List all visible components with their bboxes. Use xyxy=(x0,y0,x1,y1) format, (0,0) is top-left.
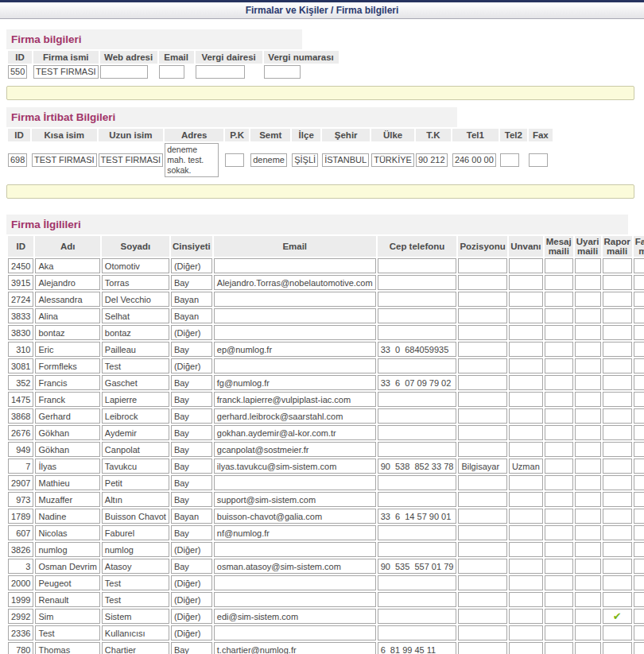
tel1-field[interactable]: 246 00 00 xyxy=(452,153,496,167)
cell-fatura-maili xyxy=(634,392,644,407)
cell-fatura-maili xyxy=(634,609,644,624)
email-field[interactable] xyxy=(159,65,184,79)
table-row: 352 Francis Gaschet Bay fg@numlog.fr 33 … xyxy=(8,375,644,390)
adres-field[interactable]: deneme mah. test. sokak. xyxy=(165,143,219,177)
cell-uyari-maili xyxy=(575,275,601,290)
cell-cinsiyeti: Bay xyxy=(171,559,212,574)
cell-cinsiyeti: (Diğer) xyxy=(171,625,212,640)
cell-fatura-maili xyxy=(634,375,644,390)
cell-adi: Alina xyxy=(35,308,99,323)
cell-rapor-maili xyxy=(603,425,632,440)
cell-rapor-maili xyxy=(603,642,632,654)
cell-adi: Alessandra xyxy=(35,292,99,307)
cell-pozisyonu xyxy=(458,609,507,624)
cell-mesaj-maili xyxy=(545,459,573,474)
cell-unvani xyxy=(509,642,543,654)
tk-field[interactable]: 90 212 xyxy=(416,153,448,167)
cell-cinsiyeti: Bay xyxy=(171,442,212,457)
cell-mesaj-maili xyxy=(545,475,573,490)
cell-uyari-maili xyxy=(575,325,601,340)
cell-email: gokhan.aydemir@al-kor.com.tr xyxy=(214,425,376,440)
breadcrumb: Firmalar ve Kişiler / Firma bilgileri xyxy=(0,0,644,19)
sehir-field[interactable]: İSTANBUL xyxy=(322,153,369,167)
cell-pozisyonu xyxy=(458,258,507,273)
cell-id: 1999 xyxy=(8,592,33,607)
cell-id: 2336 xyxy=(8,625,33,640)
uzun-isim-value: TEST FIRMASI xyxy=(99,153,164,167)
cell-soyadi: Aydemir xyxy=(102,425,169,440)
cell-rapor-maili xyxy=(603,292,632,307)
col-header-fax: Fax xyxy=(529,129,553,141)
table-row: 3 Osman Devrim Atasoy Bay osman.atasoy@s… xyxy=(8,559,644,574)
cell-id: 2000 xyxy=(8,575,33,590)
cell-pozisyonu xyxy=(458,559,507,574)
cell-fatura-maili xyxy=(634,625,644,640)
cell-cinsiyeti: (Diğer) xyxy=(171,592,212,607)
cell-unvani xyxy=(509,625,543,640)
cell-soyadi: Pailleau xyxy=(102,342,169,357)
cell-cep-telefonu: 33 6 07 09 79 02 xyxy=(378,375,457,390)
col-header-semt: Semt xyxy=(250,129,290,141)
cell-unvani xyxy=(509,592,543,607)
cell-soyadi: Del Vecchio xyxy=(102,292,169,307)
cell-pozisyonu: Bilgisayar xyxy=(458,459,507,474)
tel2-field[interactable] xyxy=(500,153,519,167)
cell-id: 607 xyxy=(8,525,33,540)
cell-soyadi: Lapierre xyxy=(102,392,169,407)
ilce-field[interactable]: ŞİŞLİ xyxy=(292,153,318,167)
cell-uyari-maili xyxy=(575,358,601,373)
web-adresi-field[interactable] xyxy=(100,65,148,79)
col-header-fatura-maili: Fatura maili xyxy=(634,236,644,257)
cell-rapor-maili xyxy=(603,625,632,640)
cell-uyari-maili xyxy=(575,408,601,424)
cell-cinsiyeti: (Diğer) xyxy=(171,325,212,340)
cell-fatura-maili xyxy=(634,308,644,323)
cell-email: buisson-chavot@galia.com xyxy=(214,509,376,524)
cell-uyari-maili xyxy=(575,392,601,407)
cell-fatura-maili xyxy=(634,459,644,474)
cell-cep-telefonu: 6 81 99 45 11 xyxy=(378,642,457,654)
cell-uyari-maili xyxy=(575,492,601,507)
cell-soyadi: Kullanıcısı xyxy=(102,625,169,640)
cell-unvani xyxy=(509,559,543,574)
cell-uyari-maili xyxy=(575,425,601,440)
cell-mesaj-maili xyxy=(545,509,573,524)
cell-soyadi: Petit xyxy=(102,475,169,490)
cell-fatura-maili xyxy=(634,475,644,490)
cell-cep-telefonu xyxy=(378,292,457,307)
cell-pozisyonu xyxy=(458,275,507,290)
cell-mesaj-maili xyxy=(545,592,573,607)
cell-pozisyonu xyxy=(458,492,507,507)
col-header-adi: Adı xyxy=(35,236,99,257)
cell-pozisyonu xyxy=(458,525,507,540)
ulke-field[interactable]: TÜRKİYE xyxy=(371,153,414,167)
irtibat-data-row: 698 TEST FIRMASI TEST FIRMASI deneme mah… xyxy=(8,143,553,177)
vergi-numarasi-field[interactable] xyxy=(264,65,301,79)
semt-field[interactable]: deneme xyxy=(250,153,287,167)
cell-id: 3833 xyxy=(8,308,33,323)
firma-id-value: 550 xyxy=(8,65,27,79)
section-title-firma-bilgileri: Firma bilgileri xyxy=(6,29,302,49)
cell-email: fg@numlog.fr xyxy=(214,375,376,390)
cell-email: t.chartier@numlog.fr xyxy=(214,642,376,654)
cell-rapor-maili xyxy=(603,575,632,590)
cell-adi: Eric xyxy=(35,342,99,357)
cell-adi: Thomas xyxy=(35,642,99,654)
vergi-dairesi-field[interactable] xyxy=(196,65,245,79)
pk-field[interactable] xyxy=(225,153,244,167)
cell-pozisyonu xyxy=(458,542,507,557)
cell-cinsiyeti: Bayan xyxy=(171,308,212,323)
cell-adi: Franck xyxy=(35,392,99,407)
cell-soyadi: Otomotiv xyxy=(102,258,169,273)
cell-uyari-maili xyxy=(575,525,601,540)
fax-field[interactable] xyxy=(529,153,548,167)
cell-unvani xyxy=(509,375,543,390)
cell-rapor-maili xyxy=(603,275,632,290)
cell-soyadi: Tavukcu xyxy=(102,459,169,474)
ilgililer-header-row: ID Adı Soyadı Cinsiyeti Email Cep telefo… xyxy=(8,236,644,257)
cell-unvani xyxy=(509,542,543,557)
cell-soyadi: Canpolat xyxy=(102,442,169,457)
cell-soyadi: Sistem xyxy=(102,609,169,624)
cell-cep-telefonu xyxy=(378,358,457,373)
table-row: 1789 Nadine Buisson Chavot Bayan buisson… xyxy=(8,509,644,524)
